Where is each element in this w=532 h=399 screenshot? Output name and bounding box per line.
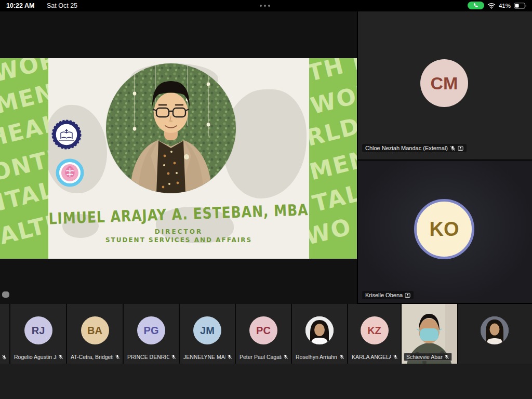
wifi-icon [487, 3, 496, 9]
photo-avatar-icon [405, 292, 410, 298]
mic-muted-icon [283, 354, 288, 360]
participant-name: Kriselle Obena [365, 292, 403, 298]
slide-role-line1: DIRECTOR [48, 228, 309, 235]
mic-muted-icon [450, 145, 456, 151]
participant-tile[interactable]: Roselhyn Arriahn V.... [292, 304, 347, 364]
speaker-photo [106, 63, 236, 193]
mic-muted-icon [227, 354, 232, 360]
video-call-app: 10:22 AM Sat Oct 25 41% 3 [0, 0, 532, 399]
scroll-handle[interactable] [2, 291, 9, 298]
participants-filmstrip[interactable]: RJ Rogelio Agustin Jr. BA AT-Cetra, Brid… [0, 304, 532, 364]
battery-icon [514, 3, 527, 9]
avatar-photo [305, 316, 334, 344]
avatar: CM [420, 59, 468, 107]
participant-name-label: Kriselle Obena [362, 291, 414, 299]
participant-tile[interactable]: KZ KARLA ANGELA ZI... [348, 304, 401, 364]
participant-name-label: Chloe Neziah Mandac (External) [362, 144, 467, 152]
avatar: PG [137, 316, 165, 344]
mic-muted-icon [58, 354, 63, 360]
participant-tile[interactable]: PG PRINCE DENRICH... [124, 304, 179, 364]
mic-muted-icon [2, 355, 7, 360]
mic-muted-icon [444, 354, 449, 360]
mic-muted-icon [115, 354, 120, 360]
mic-muted-icon [393, 354, 398, 360]
avatar: RJ [24, 316, 52, 344]
participant-tile[interactable]: BA AT-Cetra, Bridgette... [67, 304, 123, 364]
human-development-center-logo [55, 158, 85, 188]
mic-muted-icon [339, 354, 344, 360]
right-green-strip: TH M WOR RLD MEN TAL WO [309, 58, 357, 259]
call-toolbar [0, 364, 532, 399]
participant-name: AT-Cetra, Bridgette... [71, 354, 113, 360]
participant-name: Chloe Neziah Mandac (External) [365, 145, 448, 151]
date: Sat Oct 25 [47, 2, 77, 9]
participant-name: Peter Paul Cagatao... [240, 354, 282, 360]
presentation-slide: WOR MEN HEAL ONTH NTAL EALTH TH M WOR RL… [0, 58, 357, 259]
mic-muted-icon [171, 354, 176, 360]
avatar: KZ [361, 316, 389, 344]
participant-name: Roselhyn Arriahn V.... [296, 354, 338, 360]
participant-tile-partial[interactable] [0, 304, 9, 364]
status-bar: 10:22 AM Sat Oct 25 41% [0, 0, 532, 11]
clock: 10:22 AM [6, 2, 34, 9]
avatar: BA [81, 316, 109, 344]
participant-tile-video[interactable]: Schievvie Abanilla (... [402, 304, 457, 364]
participant-name: JENNELYNE MARQ... [183, 354, 225, 360]
avatar: PC [249, 316, 277, 344]
university-seal-logo [51, 119, 82, 150]
participant-name: Rogelio Agustin Jr. [14, 354, 57, 360]
multitask-handle-icon[interactable] [260, 5, 270, 7]
slide-role-line2: STUDENT SERVICES AND AFFAIRS [48, 236, 309, 244]
shared-screen-stage: WOR MEN HEAL ONTH NTAL EALTH TH M WOR RL… [0, 11, 357, 304]
participant-tile-partial[interactable] [458, 304, 532, 364]
active-call-pill-icon[interactable] [468, 2, 484, 9]
world-map-shape [223, 89, 307, 198]
left-green-strip: WOR MEN HEAL ONTH NTAL EALTH [0, 58, 48, 259]
avatar-photo [481, 316, 509, 344]
participant-tile[interactable]: PC Peter Paul Cagatao... [236, 304, 291, 364]
video-tiles-column: CM Chloe Neziah Mandac (External) KO Kri… [358, 11, 532, 303]
avatar: KO [414, 199, 474, 259]
participant-name: Schievvie Abanilla (... [406, 354, 443, 360]
participant-tile[interactable]: RJ Rogelio Agustin Jr. [10, 304, 66, 364]
participant-tile-kriselle[interactable]: KO Kriselle Obena [358, 161, 532, 303]
participant-name: KARLA ANGELA ZI... [352, 354, 391, 360]
battery-percent: 41% [499, 3, 511, 9]
participant-name: PRINCE DENRICH... [127, 354, 169, 360]
participant-tile-chloe[interactable]: CM Chloe Neziah Mandac (External) [358, 11, 532, 159]
photo-avatar-icon [458, 145, 463, 151]
avatar: JM [193, 316, 221, 344]
participant-tile[interactable]: JM JENNELYNE MARQ... [180, 304, 235, 364]
